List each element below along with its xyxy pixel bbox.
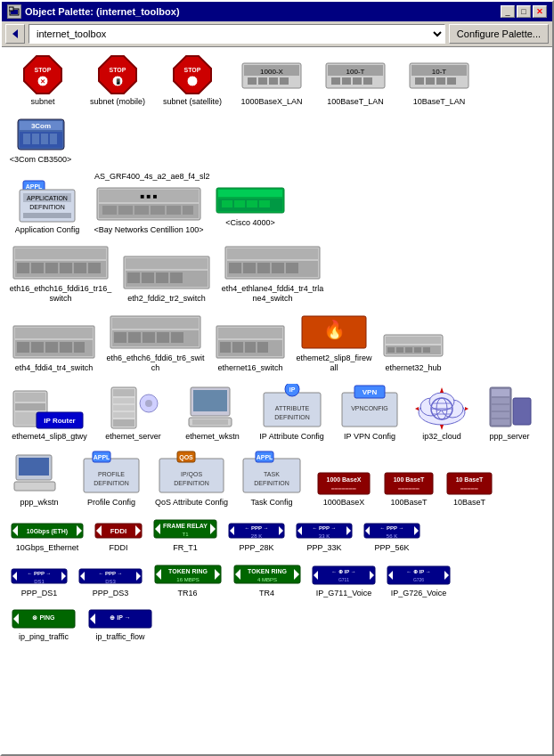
svg-text:APPL: APPL xyxy=(257,454,273,460)
ppp-ds3-icon: ← PPP → DS3 xyxy=(78,565,143,587)
ppp-ds3-item[interactable]: ← PPP → DS3 PPP_DS3 xyxy=(75,564,146,600)
minimize-button[interactable]: _ xyxy=(501,5,515,18)
eth6-switch-item[interactable]: eth6_ethch6_fddi6_tr6_switch xyxy=(104,311,207,375)
10gbps-eth-item[interactable]: 10Gbps (ETH) 10Gbps_Ethernet xyxy=(7,518,87,555)
cisco-4000-item[interactable]: <Cisco 4000> xyxy=(210,183,290,237)
svg-text:3Com: 3Com xyxy=(30,122,50,130)
subnet-mobile-label: subnet (mobile) xyxy=(90,97,145,107)
task-config-item[interactable]: APPL TASK DEFINITION Task Config xyxy=(235,448,308,509)
svg-text:⊕ IP →: ⊕ IP → xyxy=(110,614,130,621)
subnet-satellite-item[interactable]: STOP subnet (satellite) xyxy=(157,53,228,109)
ip-g711-icon: ← ⊕ IP → G711 xyxy=(312,564,376,587)
subnet-item[interactable]: STOP ✕ subnet xyxy=(7,53,78,109)
svg-rect-40 xyxy=(23,134,30,144)
svg-rect-28 xyxy=(363,77,372,85)
svg-text:APPLICATION: APPLICATION xyxy=(27,195,68,201)
1000basex-lan-item[interactable]: 1000-X 1000BaseX_LAN xyxy=(232,54,312,109)
ppp-28k-item[interactable]: ← PPP → 28 K PPP_28K xyxy=(224,518,289,555)
svg-text:33 K: 33 K xyxy=(319,533,330,539)
fr-t1-item[interactable]: FRAME RELAY T1 FR_T1 xyxy=(150,515,221,555)
subnet-mobile-item[interactable]: STOP 📱 subnet (mobile) xyxy=(82,53,153,109)
ppp-33k-item[interactable]: ← PPP → 33 K PPP_33K xyxy=(292,518,356,555)
svg-rect-20 xyxy=(269,77,278,85)
app-config-item[interactable]: APPL APPLICATION DEFINITION Application … xyxy=(7,177,87,237)
ip-attr-config-item[interactable]: IP ATTRIBUTE DEFINITION IP Attribute Con… xyxy=(254,382,330,443)
profile-config-item[interactable]: APPL PROFILE DEFINITION Profile Config xyxy=(75,448,148,509)
maximize-button[interactable]: □ xyxy=(517,5,531,18)
ip-vpn-config-item[interactable]: VPN VPNCONFIG IP VPN Config xyxy=(333,382,406,443)
eth2-firewall-item[interactable]: 🔥 ethemet2_slip8_firewall xyxy=(294,311,374,375)
ppp-ds1-item[interactable]: ← PPP → DS1 PPP_DS1 xyxy=(7,564,71,600)
eth4-trlane-switch-item[interactable]: eth4_ethlane4_fddi4_tr4_trlane4_switch xyxy=(219,241,326,305)
eth2-firewall-icon: 🔥 xyxy=(300,313,368,352)
svg-text:TASK: TASK xyxy=(264,471,280,477)
svg-text:DEFINITION: DEFINITION xyxy=(274,414,310,420)
ppp-33k-label: PPP_33K xyxy=(306,543,341,553)
svg-text:⊛ PING: ⊛ PING xyxy=(32,614,55,621)
eth16-switch2-item[interactable]: ethernet16_switch xyxy=(210,321,290,375)
1000basex-chip-item[interactable]: 1000 BaseX ━━━━━━━ 1000BaseX xyxy=(312,469,376,509)
close-button[interactable]: ✕ xyxy=(533,5,547,18)
back-button[interactable] xyxy=(5,24,25,44)
svg-marker-4 xyxy=(24,56,61,93)
svg-rect-41 xyxy=(32,134,39,144)
svg-marker-3 xyxy=(12,29,18,38)
ip-g711-item[interactable]: ← ⊕ IP → G711 IP_G711_Voice xyxy=(308,562,379,600)
svg-text:← ⊕ IP →: ← ⊕ IP → xyxy=(331,569,356,574)
svg-text:✕: ✕ xyxy=(40,78,45,85)
ppp-56k-item[interactable]: ← PPP → 56 K PPP_56K xyxy=(360,518,424,555)
eth-wkstn-item[interactable]: ethemet_wkstn xyxy=(175,384,250,443)
ip-traffic-flow-item[interactable]: ⊕ IP → ip_traffic_flow xyxy=(84,606,157,644)
router-row: IP Router ethemet4_slip8_gtwy xyxy=(7,380,547,443)
ip-g726-item[interactable]: ← ⊕ IP → G726 IP_G726_Voice xyxy=(383,562,454,600)
configure-palette-button[interactable]: Configure Palette... xyxy=(449,24,549,44)
eth2-switch-item[interactable]: eth2_fddi2_tr2_switch xyxy=(118,251,216,305)
ip-traffic-flow-icon: ⊕ IP → xyxy=(88,607,152,630)
10baset-lan-item[interactable]: 10-T 10BaseT_LAN xyxy=(399,54,479,109)
svg-rect-118 xyxy=(386,337,441,344)
100baset-lan-item[interactable]: 100-T 100BaseT_LAN xyxy=(315,54,395,109)
eth16-switch-item[interactable]: eth16_ethch16_fddi16_tr16_switch xyxy=(7,241,114,305)
100baset-chip-item[interactable]: 100 BaseT ━━━━━━ 100BaseT xyxy=(379,469,438,509)
tr4-item[interactable]: TOKEN RING 4 MBPS TR4 xyxy=(229,560,305,600)
ppp-wkstn-item[interactable]: ppp_wkstn xyxy=(7,451,71,509)
fddi-item[interactable]: FDDI FDDI xyxy=(91,518,146,555)
ip-ping-traffic-item[interactable]: ⊛ PING ip_ping_traffic xyxy=(7,606,80,644)
ppp-56k-label: PPP_56K xyxy=(374,543,409,553)
ip32-cloud-label: ip32_cloud xyxy=(422,432,461,442)
svg-rect-21 xyxy=(280,77,289,85)
10baset-chip-label: 10BaseT xyxy=(453,498,485,508)
svg-rect-85 xyxy=(227,248,318,259)
eth2-switch-icon xyxy=(122,253,211,292)
task-config-label: Task Config xyxy=(250,498,292,508)
svg-rect-166 xyxy=(492,389,509,396)
eth32-hub-item[interactable]: ethernet32_hub xyxy=(378,328,449,375)
ppp-server-item[interactable]: ppp_server xyxy=(477,384,542,443)
10baset-chip-item[interactable]: 10 BaseT ━━━━━ 10BaseT xyxy=(442,469,497,509)
bay-centillion-item[interactable]: ■ ■ ■ <Bay Networks Centillion 100> xyxy=(91,183,207,237)
3com-cb3500-item[interactable]: 3Com <3Com CB3500> xyxy=(7,112,74,167)
tr16-item[interactable]: TOKEN RING 16 MBPS TR16 xyxy=(150,560,225,600)
svg-rect-142 xyxy=(192,419,228,425)
eth4-gtwy-item[interactable]: IP Router ethemet4_slip8_gtwy xyxy=(7,380,92,443)
eth-server-item[interactable]: ethemet_server xyxy=(95,384,171,443)
svg-rect-89 xyxy=(257,263,270,273)
toolbox-dropdown[interactable]: internet_toolbox xyxy=(29,24,445,44)
subnet-mobile-icon: STOP 📱 xyxy=(97,54,138,95)
window-icon xyxy=(7,4,21,19)
svg-rect-27 xyxy=(353,77,362,85)
svg-rect-136 xyxy=(113,419,134,427)
svg-rect-90 xyxy=(272,263,284,273)
svg-rect-25 xyxy=(331,77,340,85)
svg-rect-67 xyxy=(259,200,270,207)
palette-area[interactable]: STOP ✕ subnet STOP 📱 subnet xyxy=(2,47,552,754)
qos-config-item[interactable]: QOS IP/QOS DEFINITION QoS Attribute Conf… xyxy=(151,448,232,509)
eth6-switch-label: eth6_ethch6_fddi6_tr6_switch xyxy=(106,354,205,373)
eth4-fddi4-switch-item[interactable]: eth4_fddi4_tr4_switch xyxy=(7,321,101,375)
svg-rect-55 xyxy=(102,206,117,215)
bay-centillion-icon: ■ ■ ■ xyxy=(95,184,202,224)
tr16-label: TR16 xyxy=(177,589,197,598)
svg-text:28 K: 28 K xyxy=(251,533,262,539)
ip32-cloud-item[interactable]: ip32_cloud xyxy=(410,382,474,443)
svg-text:1000 BaseX: 1000 BaseX xyxy=(327,476,362,483)
